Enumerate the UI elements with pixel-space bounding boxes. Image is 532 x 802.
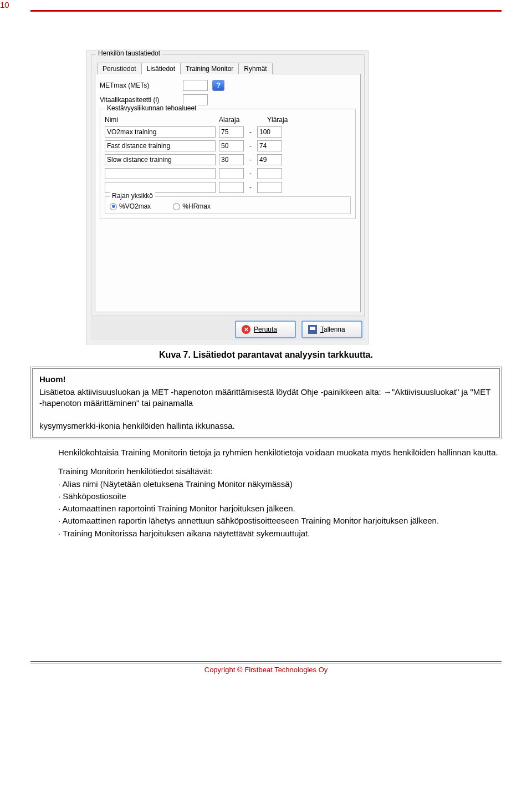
zone-high-input[interactable]	[257, 182, 282, 193]
tabs: Perustiedot Lisätiedot Training Monitor …	[97, 63, 361, 74]
zone-low-input[interactable]	[219, 140, 244, 151]
list-item: · Automaattinen raportin lähetys annettu…	[58, 515, 502, 526]
tab-perustiedot[interactable]: Perustiedot	[97, 63, 142, 74]
zone-row: -	[105, 182, 351, 193]
unit-legend: Rajan yksikkö	[110, 192, 155, 200]
radio-icon	[110, 203, 117, 210]
person-background-group: Henkilön taustatiedot Perustiedot Lisäti…	[91, 54, 365, 316]
footer-text: Copyright © Firstbeat Technologies Oy	[30, 663, 502, 674]
unit-hrmax-label: %HRmax	[182, 202, 211, 210]
save-label: TTallennaallenna	[320, 326, 345, 333]
note-box: Huom! Lisätietoa aktiivisuusluokan ja ME…	[30, 367, 502, 439]
tab-lisatiedot[interactable]: Lisätiedot	[141, 63, 181, 74]
help-icon[interactable]: ?	[212, 80, 224, 91]
col-high: Yläraja	[267, 116, 303, 124]
footer: Copyright © Firstbeat Technologies Oy	[30, 661, 502, 674]
tab-panel: METmax (METs) ? Vitaalikapasiteetti (l) …	[95, 74, 361, 312]
note-body: Lisätietoa aktiivisuusluokan ja MET -hap…	[39, 387, 493, 432]
header-rule	[30, 10, 502, 12]
metmax-input[interactable]	[183, 80, 208, 91]
radio-icon	[173, 203, 180, 210]
zone-name-input[interactable]	[105, 140, 216, 151]
app-screenshot: Henkilön taustatiedot Perustiedot Lisäti…	[86, 50, 369, 344]
zones-legend: Kestävyysliikunnan tehoalueet	[105, 104, 198, 112]
cancel-label: Peruuta	[254, 326, 277, 333]
zone-low-input[interactable]	[219, 182, 244, 193]
zone-low-input[interactable]	[219, 154, 244, 165]
list-item: · Sähköpostiosoite	[58, 491, 502, 502]
zone-high-input[interactable]	[257, 140, 282, 151]
page-number: 10	[0, 0, 9, 9]
vitalcap-label: Vitaalikapasiteetti (l)	[100, 96, 183, 104]
zone-name-input[interactable]	[105, 126, 216, 138]
zone-name-input[interactable]	[105, 168, 216, 179]
zone-high-input[interactable]	[257, 126, 282, 138]
zone-row: -	[105, 168, 351, 179]
zone-high-input[interactable]	[257, 168, 282, 179]
cancel-icon: ✕	[242, 325, 250, 334]
paragraph: Henkilökohtaisia Training Monitorin tiet…	[58, 447, 502, 458]
list-item: · Training Monitorissa harjoituksen aika…	[58, 528, 502, 539]
zone-row: -	[105, 126, 351, 138]
metmax-label: METmax (METs)	[100, 82, 183, 89]
zone-row: -	[105, 154, 351, 165]
figure-caption: Kuva 7. Lisätiedot parantavat analyysin …	[30, 350, 502, 360]
group-title: Henkilön taustatiedot	[96, 49, 162, 57]
cancel-button[interactable]: ✕ Peruuta	[235, 321, 296, 338]
note-title: Huom!	[39, 374, 493, 384]
zone-high-input[interactable]	[257, 154, 282, 165]
unit-vo2max[interactable]: %VO2max	[110, 202, 151, 210]
zone-row: -	[105, 140, 351, 151]
zone-low-input[interactable]	[219, 126, 244, 138]
zone-name-input[interactable]	[105, 182, 216, 193]
list-item: · Automaattinen raportointi Training Mon…	[58, 503, 502, 514]
col-low: Alaraja	[219, 116, 255, 124]
unit-hrmax[interactable]: %HRmax	[173, 202, 211, 210]
unit-group: Rajan yksikkö %VO2max %HRmax	[105, 196, 351, 214]
dialog-buttons: ✕ Peruuta TTallennaallenna	[91, 316, 365, 341]
zones-group: Kestävyysliikunnan tehoalueet Nimi Alara…	[100, 109, 356, 219]
col-name: Nimi	[105, 116, 216, 124]
paragraph: Training Monitorin henkilötiedot sisältä…	[58, 466, 502, 539]
tab-ryhmat[interactable]: Ryhmät	[238, 63, 272, 74]
unit-vo2max-label: %VO2max	[119, 202, 151, 210]
vitalcap-input[interactable]	[183, 94, 208, 105]
save-icon	[308, 325, 317, 334]
list-item: · Alias nimi (Näytetään oletuksena Train…	[58, 479, 502, 490]
save-button[interactable]: TTallennaallenna	[301, 321, 362, 338]
tab-training-monitor[interactable]: Training Monitor	[180, 63, 239, 74]
zone-name-input[interactable]	[105, 154, 216, 165]
zone-low-input[interactable]	[219, 168, 244, 179]
